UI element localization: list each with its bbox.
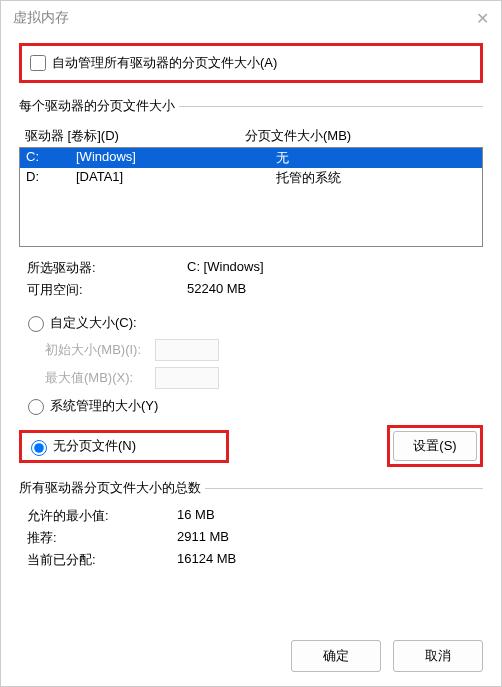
cur-label: 当前已分配: (27, 551, 177, 569)
no-paging-label: 无分页文件(N) (53, 437, 136, 455)
drive-label: [Windows] (76, 149, 276, 167)
totals-legend: 所有驱动器分页文件大小的总数 (19, 479, 205, 497)
free-space-value: 52240 MB (187, 281, 246, 299)
rec-row: 推荐: 2911 MB (19, 527, 483, 549)
selected-drive-row: 所选驱动器: C: [Windows] (19, 257, 483, 279)
system-managed-row[interactable]: 系统管理的大小(Y) (19, 392, 483, 419)
rec-value: 2911 MB (177, 529, 229, 547)
rec-label: 推荐: (27, 529, 177, 547)
header-size: 分页文件大小(MB) (245, 127, 351, 145)
header-drive: 驱动器 [卷标](D) (25, 127, 245, 145)
drive-list[interactable]: C: [Windows] 无 D: [DATA1] 托管的系统 (19, 147, 483, 247)
auto-manage-label: 自动管理所有驱动器的分页文件大小(A) (52, 54, 277, 72)
system-managed-label: 系统管理的大小(Y) (50, 397, 158, 415)
max-size-input (155, 367, 219, 389)
drive-letter: D: (26, 169, 76, 187)
no-paging-radio[interactable] (31, 440, 47, 456)
virtual-memory-dialog: 虚拟内存 ✕ 自动管理所有驱动器的分页文件大小(A) 每个驱动器的分页文件大小 … (0, 0, 502, 687)
initial-size-label: 初始大小(MB)(I): (45, 341, 155, 359)
table-row[interactable]: D: [DATA1] 托管的系统 (20, 168, 482, 188)
cur-row: 当前已分配: 16124 MB (19, 549, 483, 571)
min-row: 允许的最小值: 16 MB (19, 505, 483, 527)
custom-size-row[interactable]: 自定义大小(C): (19, 309, 483, 336)
totals-group: 所有驱动器分页文件大小的总数 允许的最小值: 16 MB 推荐: 2911 MB… (19, 479, 483, 571)
initial-size-row: 初始大小(MB)(I): (19, 336, 483, 364)
titlebar: 虚拟内存 ✕ (1, 1, 501, 35)
no-paging-option[interactable]: 无分页文件(N) (19, 430, 229, 463)
no-paging-row: 无分页文件(N) 设置(S) (19, 425, 483, 467)
free-space-label: 可用空间: (27, 281, 187, 299)
close-icon[interactable]: ✕ (476, 9, 489, 28)
set-button[interactable]: 设置(S) (393, 431, 477, 461)
selected-drive-label: 所选驱动器: (27, 259, 187, 277)
custom-size-radio[interactable] (28, 316, 44, 332)
per-drive-group: 每个驱动器的分页文件大小 驱动器 [卷标](D) 分页文件大小(MB) C: [… (19, 97, 483, 467)
system-managed-radio[interactable] (28, 399, 44, 415)
drive-size: 托管的系统 (276, 169, 476, 187)
list-headers: 驱动器 [卷标](D) 分页文件大小(MB) (19, 127, 483, 145)
set-button-wrap: 设置(S) (387, 425, 483, 467)
auto-manage-checkbox[interactable] (30, 55, 46, 71)
max-size-label: 最大值(MB)(X): (45, 369, 155, 387)
content-area: 自动管理所有驱动器的分页文件大小(A) 每个驱动器的分页文件大小 驱动器 [卷标… (1, 35, 501, 630)
ok-button[interactable]: 确定 (291, 640, 381, 672)
max-size-row: 最大值(MB)(X): (19, 364, 483, 392)
per-drive-legend: 每个驱动器的分页文件大小 (19, 97, 179, 115)
drive-label: [DATA1] (76, 169, 276, 187)
min-label: 允许的最小值: (27, 507, 177, 525)
drive-size: 无 (276, 149, 476, 167)
initial-size-input (155, 339, 219, 361)
table-row[interactable]: C: [Windows] 无 (20, 148, 482, 168)
free-space-row: 可用空间: 52240 MB (19, 279, 483, 301)
custom-size-label: 自定义大小(C): (50, 314, 137, 332)
drive-letter: C: (26, 149, 76, 167)
window-title: 虚拟内存 (13, 9, 476, 27)
cur-value: 16124 MB (177, 551, 236, 569)
size-options: 自定义大小(C): 初始大小(MB)(I): 最大值(MB)(X): 系统管理的… (19, 309, 483, 467)
selected-drive-value: C: [Windows] (187, 259, 264, 277)
dialog-footer: 确定 取消 (1, 630, 501, 686)
cancel-button[interactable]: 取消 (393, 640, 483, 672)
min-value: 16 MB (177, 507, 215, 525)
auto-manage-row[interactable]: 自动管理所有驱动器的分页文件大小(A) (19, 43, 483, 83)
